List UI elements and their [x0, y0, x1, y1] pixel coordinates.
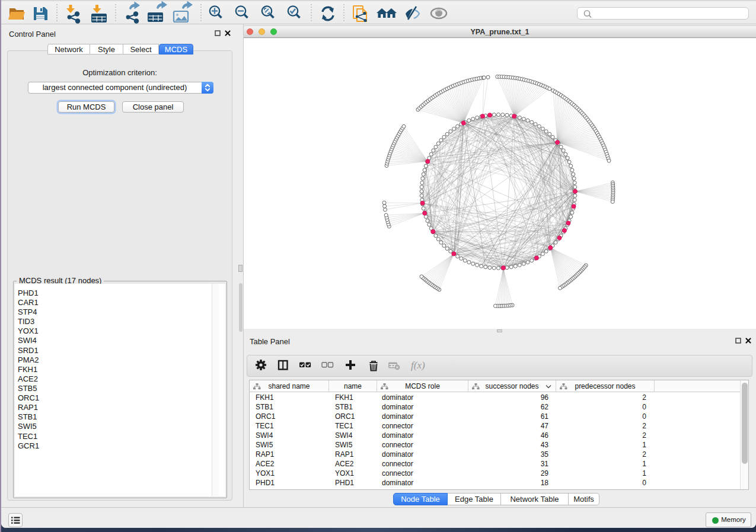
svg-text:f(x): f(x) — [411, 360, 425, 371]
